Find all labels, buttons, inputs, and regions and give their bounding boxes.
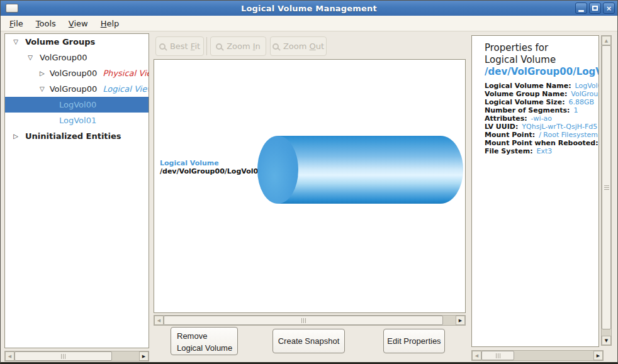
property-row: Logical Volume Name:LogVol00 <box>485 82 598 90</box>
tree-item-volgroup00-physical-view[interactable]: ▷ VolGroup00 Physical View <box>5 65 149 81</box>
grip-icon <box>63 354 64 359</box>
zoom-in-button[interactable]: Zoom In <box>210 36 266 56</box>
property-row: LV UUID:YQhsjL-wrTt-QsjH-Fd5 <box>485 123 598 131</box>
scroll-right-icon[interactable]: ▶ <box>139 351 149 361</box>
maximize-button[interactable] <box>589 3 601 14</box>
window-title: Logical Volume Management <box>1 4 617 13</box>
tree-item-volgroup00[interactable]: ▽ VolGroup00 <box>5 50 149 65</box>
property-row: Number of Segments:1 <box>485 106 598 114</box>
lvm-window: Logical Volume Management × File Tools V… <box>0 0 618 364</box>
menu-view[interactable]: View <box>62 17 94 30</box>
scrollbar-trough[interactable] <box>514 351 593 360</box>
zoom-out-button[interactable]: Zoom Out <box>270 36 327 56</box>
scroll-left-icon[interactable]: ◀ <box>472 351 481 360</box>
scrollbar-trough[interactable] <box>443 316 456 325</box>
menu-file[interactable]: File <box>3 17 30 30</box>
tree-item-logvol01[interactable]: LogVol01 <box>5 113 149 128</box>
magnifier-icon <box>159 43 166 50</box>
tree-item-volgroup00-logical-view[interactable]: ▽ VolGroup00 Logical View <box>5 81 149 97</box>
property-row: Logical Volume Size:6.88GB <box>485 98 598 106</box>
expander-closed-icon[interactable]: ▷ <box>40 70 45 77</box>
magnifier-icon <box>216 43 222 50</box>
property-row: File System:Ext3 <box>485 147 598 155</box>
scroll-up-icon[interactable]: ▲ <box>602 36 611 45</box>
scrollbar-thumb[interactable] <box>164 316 443 325</box>
volume-tree-panel: ▽ Volume Groups ▽ VolGroup00 ▷ VolGroup0… <box>4 33 149 348</box>
menu-tools[interactable]: Tools <box>30 17 62 30</box>
maximize-icon <box>592 6 598 11</box>
property-row: Attributes:-wi-ao <box>485 114 598 123</box>
close-icon: × <box>606 5 612 12</box>
expander-closed-icon[interactable]: ▷ <box>11 133 20 140</box>
tree-item-volume-groups[interactable]: ▽ Volume Groups <box>5 34 149 50</box>
expander-open-icon[interactable]: ▽ <box>11 38 20 45</box>
volume-canvas: Logical Volume /dev/VolGroup00/LogVol00 <box>154 59 466 313</box>
properties-panel: Properties for Logical Volume /dev/VolGr… <box>471 35 599 347</box>
properties-horizontal-scrollbar[interactable]: ◀ ▶ <box>471 350 604 361</box>
create-snapshot-button[interactable]: Create Snapshot <box>272 329 345 353</box>
scrollbar-trough[interactable] <box>602 329 611 336</box>
remove-logical-volume-button[interactable]: Remove Logical Volume <box>171 327 238 355</box>
magnifier-icon <box>272 43 279 50</box>
properties-heading: Properties for Logical Volume <box>485 42 598 66</box>
canvas-horizontal-scrollbar[interactable]: ◀ ▶ <box>154 315 466 326</box>
menubar: File Tools View Help <box>1 16 617 31</box>
grip-icon <box>498 353 498 358</box>
logical-volume-cylinder[interactable] <box>278 136 463 204</box>
minimize-button[interactable] <box>575 3 587 14</box>
tree-horizontal-scrollbar[interactable]: ◀ ▶ <box>4 351 149 361</box>
titlebar[interactable]: Logical Volume Management × <box>1 1 617 16</box>
volume-canvas-label: Logical Volume /dev/VolGroup00/LogVol00 <box>160 159 263 175</box>
scrollbar-thumb[interactable] <box>14 351 112 361</box>
scrollbar-thumb[interactable] <box>481 351 514 360</box>
close-button[interactable]: × <box>603 3 615 14</box>
best-fit-button[interactable]: Best Fit <box>155 36 204 56</box>
tree-item-logvol00[interactable]: LogVol00 <box>5 97 149 113</box>
minimize-icon <box>578 10 584 12</box>
edit-properties-button[interactable]: Edit Properties <box>383 329 445 353</box>
scroll-right-icon[interactable]: ▶ <box>456 316 465 325</box>
toolbar-separator <box>206 37 207 55</box>
property-row: Volume Group Name:VolGroup00 <box>485 90 598 98</box>
property-row: Mount Point when Rebooted:/ <box>485 139 598 147</box>
expander-open-icon[interactable]: ▽ <box>40 85 45 92</box>
scrollbar-trough[interactable] <box>112 351 139 361</box>
tree-item-uninitialized-entities[interactable]: ▷ Uninitialized Entities <box>5 128 149 144</box>
menu-help[interactable]: Help <box>94 17 126 30</box>
grip-icon <box>303 318 304 323</box>
cylinder-cap[interactable] <box>257 136 298 204</box>
scroll-left-icon[interactable]: ◀ <box>154 316 164 325</box>
scroll-left-icon[interactable]: ◀ <box>5 351 14 361</box>
properties-vertical-scrollbar[interactable]: ▲ ▼ <box>601 35 612 346</box>
scroll-down-icon[interactable]: ▼ <box>602 336 611 345</box>
scroll-right-icon[interactable]: ▶ <box>593 351 603 360</box>
expander-open-icon[interactable]: ▽ <box>26 54 35 61</box>
property-row: Mount Point:/ Root Filesystem <box>485 131 598 139</box>
grip-icon <box>604 187 609 188</box>
scrollbar-thumb[interactable] <box>602 45 611 329</box>
properties-device-path: /dev/VolGroup00/LogVol00 <box>485 66 598 78</box>
